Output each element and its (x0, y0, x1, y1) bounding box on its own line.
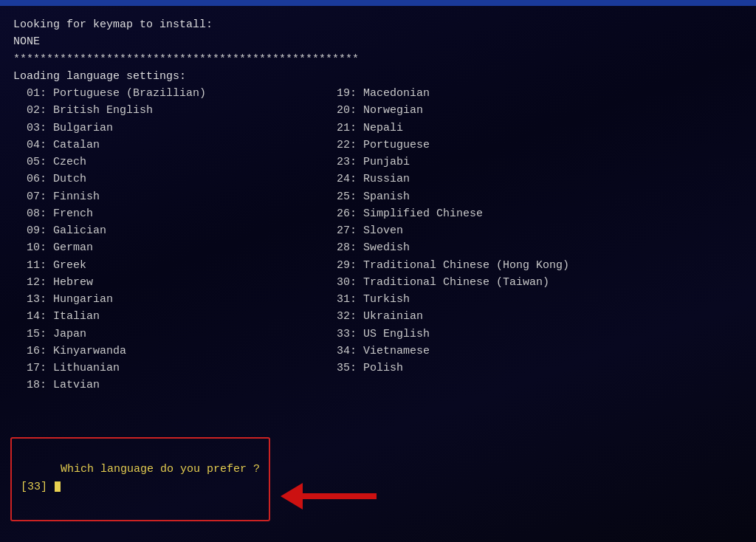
arrow-head (281, 483, 303, 510)
list-item: 17: Lithuanian (13, 360, 323, 377)
header-line2: NONE (13, 33, 743, 50)
list-item: 07: Finnish (13, 188, 323, 205)
language-column-left: 01: Portuguese (Brazillian) 02: British … (13, 85, 323, 394)
list-item: 12: Hebrew (13, 274, 323, 291)
prompt-line2: [33] (21, 481, 47, 493)
list-item: 15: Japan (13, 326, 323, 343)
prompt-line1: Which language do you prefer ? (61, 463, 260, 476)
list-item: 26: Simplified Chinese (323, 205, 743, 222)
stars-line: ****************************************… (13, 51, 743, 68)
list-item: 35: Polish (323, 360, 743, 377)
list-item: 09: Galician (13, 222, 323, 239)
red-arrow (281, 483, 377, 510)
cursor (55, 481, 61, 492)
list-item: 18: Latvian (13, 377, 323, 394)
list-item: 33: US English (323, 326, 743, 343)
list-item: 16: Kinyarwanda (13, 343, 323, 360)
list-item: 05: Czech (13, 154, 323, 171)
list-item: 19: Macedonian (323, 85, 743, 102)
list-item: 23: Punjabi (323, 154, 743, 171)
list-item: 04: Catalan (13, 137, 323, 154)
list-item: 27: Sloven (323, 222, 743, 239)
terminal-content: Looking for keymap to install: NONE ****… (13, 13, 743, 394)
arrow-shaft (303, 493, 377, 499)
list-item: 11: Greek (13, 257, 323, 274)
list-item: 29: Traditional Chinese (Hong Kong) (323, 257, 743, 274)
list-item: 25: Spanish (323, 188, 743, 205)
list-item: 13: Hungarian (13, 291, 323, 308)
prompt-box: Which language do you prefer ? [33] (10, 437, 270, 521)
list-item: 21: Nepali (323, 120, 743, 137)
list-item: 34: Vietnamese (323, 343, 743, 360)
list-item: 03: Bulgarian (13, 120, 323, 137)
list-item: 30: Traditional Chinese (Taiwan) (323, 274, 743, 291)
list-item: 02: British English (13, 102, 323, 119)
list-item: 08: French (13, 205, 323, 222)
list-item: 06: Dutch (13, 171, 323, 188)
list-item: 32: Ukrainian (323, 308, 743, 325)
list-item: 01: Portuguese (Brazillian) (13, 85, 323, 102)
top-bar (0, 0, 756, 6)
terminal-screen: Looking for keymap to install: NONE ****… (0, 0, 756, 542)
language-columns: 01: Portuguese (Brazillian) 02: British … (13, 85, 743, 394)
list-item: 24: Russian (323, 171, 743, 188)
prompt-text: Which language do you prefer ? [33] (21, 443, 260, 514)
header-line1: Looking for keymap to install: (13, 16, 743, 33)
list-item: 10: German (13, 239, 323, 256)
list-item: 14: Italian (13, 308, 323, 325)
language-column-right: 19: Macedonian 20: Norwegian 21: Nepali … (323, 85, 743, 394)
list-item: 20: Norwegian (323, 102, 743, 119)
arrow-indicator (281, 483, 377, 510)
list-item: 22: Portuguese (323, 137, 743, 154)
loading-label: Loading language settings: (13, 68, 743, 85)
list-item: 31: Turkish (323, 291, 743, 308)
list-item: 28: Swedish (323, 239, 743, 256)
